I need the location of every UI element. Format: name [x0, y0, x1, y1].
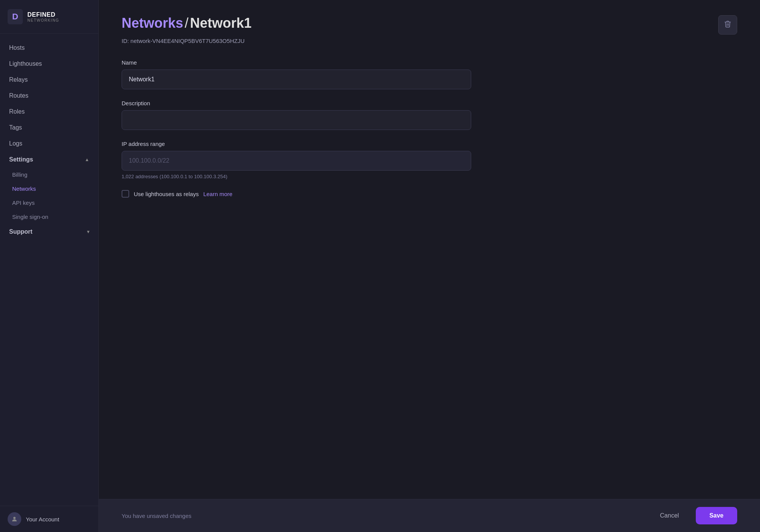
breadcrumb-current: Network1	[190, 15, 252, 31]
ip-range-field-group: IP address range 1,022 addresses (100.10…	[122, 141, 471, 179]
save-button[interactable]: Save	[696, 507, 737, 524]
sidebar-item-routes[interactable]: Routes	[0, 88, 98, 104]
lighthouses-relay-checkbox[interactable]	[122, 190, 129, 198]
ip-range-label: IP address range	[122, 141, 471, 147]
name-input[interactable]	[122, 70, 471, 89]
sidebar-item-roles[interactable]: Roles	[0, 104, 98, 120]
lighthouses-relay-label: Use lighthouses as relays	[134, 191, 199, 197]
trash-icon	[724, 20, 732, 30]
company-sub: NETWORKING	[27, 18, 59, 22]
logo-text: DEFINED NETWORKING	[27, 11, 59, 22]
bottom-bar: You have unsaved changes Cancel Save	[99, 499, 760, 532]
sidebar-item-networks[interactable]: Networks	[0, 182, 98, 196]
sidebar-item-lighthouses[interactable]: Lighthouses	[0, 56, 98, 72]
lighthouses-relay-row: Use lighthouses as relays Learn more	[122, 190, 471, 198]
main-nav: Hosts Lighthouses Relays Routes Roles Ta…	[0, 34, 98, 506]
page-header: Networks / Network1	[122, 15, 737, 35]
account-footer[interactable]: Your Account	[0, 506, 98, 532]
description-field-group: Description	[122, 100, 471, 130]
main-content: Networks / Network1 ID: network-VN4EE4NI…	[99, 0, 760, 532]
ip-range-input	[122, 151, 471, 171]
settings-section-header[interactable]: Settings ▲	[0, 152, 98, 168]
account-label: Your Account	[26, 516, 59, 522]
name-label: Name	[122, 59, 471, 66]
company-name: DEFINED	[27, 11, 59, 18]
network-id-value: network-VN4EE4NIQP5BV6T7U563O5HZJU	[130, 38, 244, 44]
unsaved-changes-text: You have unsaved changes	[122, 513, 192, 519]
delete-button[interactable]	[718, 15, 737, 35]
sidebar-item-relays[interactable]: Relays	[0, 72, 98, 88]
name-field-group: Name	[122, 59, 471, 89]
logo-area[interactable]: D DEFINED NETWORKING	[0, 0, 98, 34]
settings-chevron-icon: ▲	[85, 157, 89, 162]
network-form: Name Description IP address range 1,022 …	[122, 59, 471, 198]
description-label: Description	[122, 100, 471, 106]
support-section-header[interactable]: Support ▾	[0, 224, 98, 240]
support-chevron-icon: ▾	[87, 229, 89, 234]
breadcrumb-separator: /	[185, 15, 188, 31]
sidebar: D DEFINED NETWORKING Hosts Lighthouses R…	[0, 0, 99, 532]
logo-icon: D	[8, 9, 23, 24]
sidebar-item-api-keys[interactable]: API keys	[0, 196, 98, 210]
network-id: ID: network-VN4EE4NIQP5BV6T7U563O5HZJU	[122, 38, 737, 44]
svg-point-0	[13, 517, 16, 519]
sidebar-item-logs[interactable]: Logs	[0, 136, 98, 152]
cancel-button[interactable]: Cancel	[651, 508, 688, 524]
ip-range-hint: 1,022 addresses (100.100.0.1 to 100.100.…	[122, 174, 471, 179]
sidebar-item-billing[interactable]: Billing	[0, 168, 98, 182]
description-input[interactable]	[122, 110, 471, 130]
avatar	[8, 512, 21, 526]
sidebar-item-hosts[interactable]: Hosts	[0, 40, 98, 56]
breadcrumb: Networks / Network1	[122, 15, 252, 31]
learn-more-link[interactable]: Learn more	[203, 191, 233, 197]
breadcrumb-parent[interactable]: Networks	[122, 15, 183, 31]
sidebar-item-tags[interactable]: Tags	[0, 120, 98, 136]
sidebar-item-sso[interactable]: Single sign-on	[0, 210, 98, 224]
